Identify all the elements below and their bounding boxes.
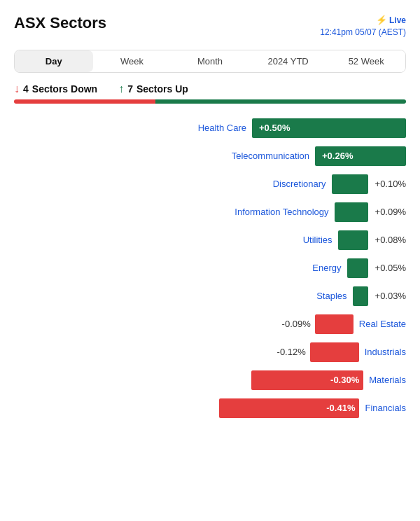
tab-week[interactable]: Week bbox=[93, 50, 172, 72]
sector-label: Utilities bbox=[303, 235, 332, 245]
pct-label: +0.50% bbox=[256, 123, 290, 133]
sector-label: Discretionary bbox=[273, 179, 326, 189]
bar-row-information-technology: Information Technology+0.09% bbox=[14, 200, 406, 224]
pct-label: -0.41% bbox=[326, 403, 355, 413]
pct-label: +0.05% bbox=[372, 263, 406, 273]
chart-area: Health Care+0.50%Telecommunication+0.26%… bbox=[14, 116, 406, 420]
sector-label: Telecommunication bbox=[232, 151, 309, 161]
bar-positive bbox=[332, 174, 368, 194]
timestamp: 12:41pm 05/07 (AEST) bbox=[320, 27, 406, 39]
bolt-icon: ⚡ bbox=[376, 14, 387, 27]
bar-row-health-care: Health Care+0.50% bbox=[14, 116, 406, 140]
sector-label: Information Technology bbox=[234, 207, 328, 217]
down-count: 4 bbox=[23, 83, 29, 95]
up-count: 7 bbox=[127, 83, 133, 95]
page-title: ASX Sectors bbox=[14, 14, 106, 32]
bar-positive bbox=[338, 230, 368, 250]
bar-negative: -0.30% bbox=[251, 370, 363, 390]
pct-label: +0.26% bbox=[319, 151, 353, 161]
pct-label: -0.09% bbox=[282, 319, 311, 329]
sector-label: Materials bbox=[369, 375, 406, 385]
sector-label: Health Care bbox=[198, 123, 246, 133]
arrow-up-icon: ↑ bbox=[118, 83, 124, 95]
bar-row-neg-real-estate: -0.09%Real Estate bbox=[14, 312, 406, 336]
bar-row-energy: Energy+0.05% bbox=[14, 256, 406, 280]
bar-row-staples: Staples+0.03% bbox=[14, 284, 406, 308]
summary-row: ↓ 4 Sectors Down ↑ 7 Sectors Up bbox=[14, 83, 406, 95]
sector-label: Financials bbox=[365, 403, 406, 413]
pct-label: +0.08% bbox=[372, 235, 406, 245]
bar-negative bbox=[310, 342, 359, 362]
pct-label: +0.09% bbox=[372, 207, 406, 217]
pct-label: +0.10% bbox=[372, 179, 406, 189]
progress-down bbox=[14, 99, 155, 104]
bar-negative bbox=[315, 314, 354, 334]
progress-up bbox=[155, 99, 406, 104]
bar-positive bbox=[347, 258, 368, 278]
sector-label: Industrials bbox=[365, 347, 406, 357]
bar-negative: -0.41% bbox=[219, 398, 359, 418]
bar-row-neg-industrials: -0.12%Industrials bbox=[14, 340, 406, 364]
up-label: Sectors Up bbox=[136, 83, 188, 95]
arrow-down-icon: ↓ bbox=[14, 83, 20, 95]
tabs-container: DayWeekMonth2024 YTD52 Week bbox=[14, 50, 406, 73]
pct-label: +0.03% bbox=[372, 291, 406, 301]
live-label: Live bbox=[389, 15, 406, 27]
bar-row-telecommunication: Telecommunication+0.26% bbox=[14, 144, 406, 168]
tab-month[interactable]: Month bbox=[171, 50, 249, 72]
bar-row-discretionary: Discretionary+0.10% bbox=[14, 172, 406, 196]
pct-label: -0.30% bbox=[330, 375, 359, 385]
bar-positive: +0.26% bbox=[315, 146, 406, 166]
sector-label: Staples bbox=[316, 291, 346, 301]
tab-day[interactable]: Day bbox=[15, 50, 93, 72]
live-section: ⚡ Live 12:41pm 05/07 (AEST) bbox=[320, 14, 406, 39]
bar-positive bbox=[353, 286, 368, 306]
bar-row-neg-financials: -0.41%Financials bbox=[14, 396, 406, 420]
sector-label: Energy bbox=[312, 263, 341, 273]
bar-row-utilities: Utilities+0.08% bbox=[14, 228, 406, 252]
sector-label: Real Estate bbox=[359, 319, 406, 329]
down-label: Sectors Down bbox=[32, 83, 97, 95]
bar-positive: +0.50% bbox=[252, 118, 406, 138]
tab-2024-ytd[interactable]: 2024 YTD bbox=[249, 50, 328, 72]
bar-row-neg-materials: -0.30%Materials bbox=[14, 368, 406, 392]
progress-bar bbox=[14, 99, 406, 104]
pct-label: -0.12% bbox=[277, 347, 306, 357]
tab-52-week[interactable]: 52 Week bbox=[327, 50, 405, 72]
bar-positive bbox=[335, 202, 368, 222]
header: ASX Sectors ⚡ Live 12:41pm 05/07 (AEST) bbox=[14, 14, 406, 39]
